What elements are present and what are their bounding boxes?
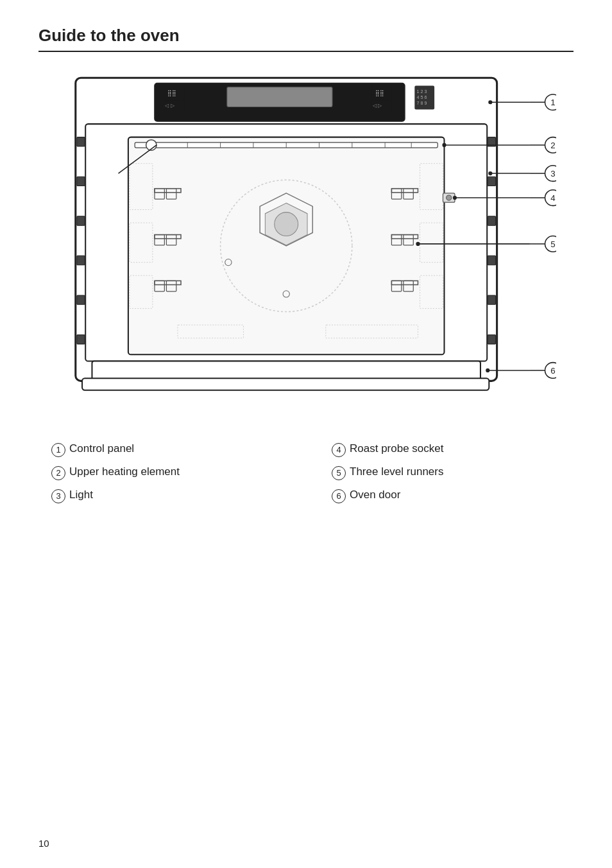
label-text-3: Light bbox=[69, 489, 93, 501]
svg-rect-3 bbox=[82, 378, 489, 390]
page-title: Guide to the oven bbox=[38, 26, 574, 46]
svg-text:⣿⣿: ⣿⣿ bbox=[375, 90, 384, 96]
svg-rect-25 bbox=[488, 177, 495, 186]
svg-rect-20 bbox=[77, 216, 85, 225]
label-item-1: 1 Control panel bbox=[51, 442, 293, 456]
svg-point-103 bbox=[488, 171, 492, 175]
svg-text:6: 6 bbox=[550, 366, 555, 376]
svg-rect-19 bbox=[77, 177, 85, 186]
svg-point-102 bbox=[442, 143, 446, 147]
svg-text:4  5  6: 4 5 6 bbox=[416, 95, 427, 100]
svg-point-101 bbox=[488, 100, 492, 104]
svg-text:3: 3 bbox=[550, 169, 555, 178]
label-num-5: 5 bbox=[332, 466, 346, 480]
svg-text:◁  ▷: ◁ ▷ bbox=[165, 103, 174, 108]
label-num-1: 1 bbox=[51, 443, 65, 457]
label-num-4: 4 bbox=[332, 443, 346, 457]
svg-rect-27 bbox=[488, 256, 495, 265]
svg-rect-2 bbox=[92, 361, 480, 380]
label-text-5: Three level runners bbox=[350, 465, 443, 478]
oven-svg: ⣿⣿ ◁ ▷ ⣿⣿ ◁ ▷ 1 2 3 4 5 6 7 8 9 bbox=[56, 71, 556, 414]
svg-text:7  8  9: 7 8 9 bbox=[416, 101, 427, 106]
svg-text:4: 4 bbox=[550, 193, 556, 203]
svg-point-106 bbox=[486, 369, 489, 372]
svg-text:2: 2 bbox=[550, 141, 555, 150]
label-item-3: 3 Light bbox=[51, 489, 293, 503]
label-item-4: 4 Roast probe socket bbox=[332, 442, 574, 456]
oven-diagram-container: ⣿⣿ ◁ ▷ ⣿⣿ ◁ ▷ 1 2 3 4 5 6 7 8 9 bbox=[56, 71, 556, 417]
label-text-6: Oven door bbox=[350, 489, 400, 501]
label-item-5: 5 Three level runners bbox=[332, 465, 574, 480]
label-item-2: 2 Upper heating element bbox=[51, 465, 293, 480]
labels-grid: 1 Control panel 4 Roast probe socket 2 U… bbox=[38, 442, 574, 503]
label-text-2: Upper heating element bbox=[69, 465, 180, 478]
label-num-6: 6 bbox=[332, 489, 346, 503]
label-text-1: Control panel bbox=[69, 442, 134, 455]
svg-text:1  2  3: 1 2 3 bbox=[416, 89, 427, 94]
svg-rect-22 bbox=[77, 295, 85, 304]
label-num-3: 3 bbox=[51, 489, 65, 503]
svg-rect-29 bbox=[488, 335, 495, 344]
title-divider bbox=[38, 51, 574, 52]
svg-rect-5 bbox=[227, 87, 332, 107]
label-num-2: 2 bbox=[51, 466, 65, 480]
svg-rect-23 bbox=[77, 335, 85, 344]
svg-point-75 bbox=[446, 195, 452, 200]
svg-text:⣿⣿: ⣿⣿ bbox=[167, 90, 176, 96]
svg-rect-26 bbox=[488, 216, 495, 225]
svg-text:5: 5 bbox=[550, 239, 555, 249]
svg-point-105 bbox=[416, 242, 420, 246]
svg-text:◁  ▷: ◁ ▷ bbox=[373, 103, 382, 108]
svg-text:1: 1 bbox=[550, 98, 555, 107]
label-item-6: 6 Oven door bbox=[332, 489, 574, 503]
svg-rect-18 bbox=[77, 137, 85, 146]
svg-point-104 bbox=[453, 196, 457, 200]
svg-rect-21 bbox=[77, 256, 85, 265]
svg-rect-28 bbox=[488, 295, 495, 304]
svg-point-69 bbox=[275, 213, 298, 236]
label-text-4: Roast probe socket bbox=[350, 442, 443, 455]
page-number: 10 bbox=[38, 838, 49, 849]
